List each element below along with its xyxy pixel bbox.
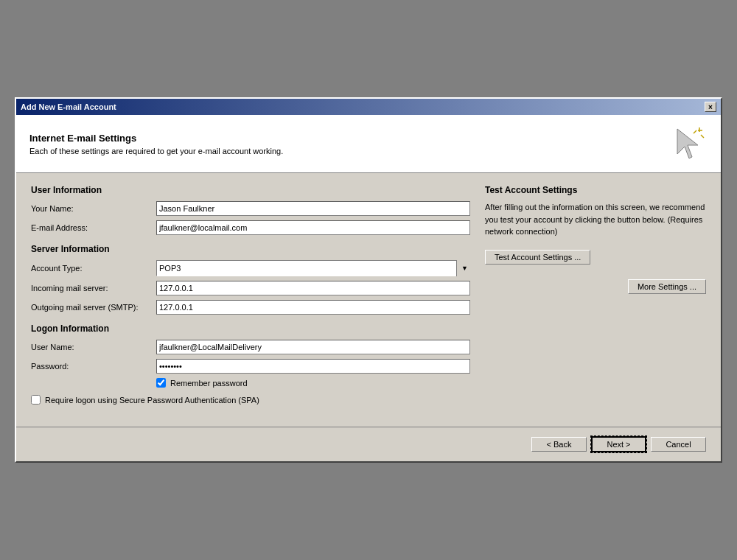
password-input[interactable] <box>156 359 470 374</box>
account-type-select[interactable]: POP3 IMAP HTTP <box>156 260 470 276</box>
account-type-label: Account Type: <box>31 264 156 273</box>
incoming-mail-input[interactable] <box>156 281 470 295</box>
incoming-mail-row: Incoming mail server: <box>31 281 470 295</box>
left-column: User Information Your Name: E-mail Addre… <box>31 185 470 409</box>
user-info-title: User Information <box>31 185 470 195</box>
your-name-row: Your Name: <box>31 201 470 216</box>
server-info-title: Server Information <box>31 244 470 254</box>
remember-password-checkbox[interactable] <box>156 378 166 388</box>
account-type-row: Account Type: POP3 IMAP HTTP ▼ <box>31 260 470 276</box>
header-section: Internet E-mail Settings Each of these s… <box>16 115 721 173</box>
bottom-bar: < Back Next > Cancel <box>16 427 721 461</box>
header-text: Internet E-mail Settings Each of these s… <box>29 133 283 155</box>
main-content: User Information Your Name: E-mail Addre… <box>16 173 721 421</box>
spa-checkbox[interactable] <box>31 395 41 405</box>
cursor-icon <box>671 126 707 161</box>
remember-password-label: Remember password <box>170 379 248 388</box>
title-bar: Add New E-mail Account × <box>16 99 721 115</box>
svg-marker-0 <box>677 129 698 158</box>
logon-info-title: Logon Information <box>31 323 470 334</box>
header-subtitle: Each of these settings are required to g… <box>29 147 283 155</box>
remember-password-row: Remember password <box>156 378 470 388</box>
outgoing-mail-input[interactable] <box>156 300 470 315</box>
spa-row: Require logon using Secure Password Auth… <box>31 395 470 405</box>
more-settings-row: More Settings ... <box>485 279 706 294</box>
password-row: Password: <box>31 359 470 374</box>
back-button[interactable]: < Back <box>531 437 587 452</box>
user-name-label: User Name: <box>31 343 156 351</box>
right-column: Test Account Settings After filling out … <box>485 185 706 409</box>
test-account-settings-button[interactable]: Test Account Settings ... <box>485 250 590 265</box>
your-name-input[interactable] <box>156 201 470 216</box>
header-title: Internet E-mail Settings <box>29 133 283 144</box>
svg-line-4 <box>694 130 696 133</box>
cancel-button[interactable]: Cancel <box>651 437 706 452</box>
outgoing-mail-label: Outgoing mail server (SMTP): <box>31 303 156 312</box>
spa-label: Require logon using Secure Password Auth… <box>45 396 259 405</box>
email-address-input[interactable] <box>156 220 470 235</box>
password-label: Password: <box>31 362 156 371</box>
test-account-description: After filling out the information on thi… <box>485 201 706 238</box>
next-button[interactable]: Next > <box>591 436 646 452</box>
your-name-label: Your Name: <box>31 204 156 213</box>
account-type-wrapper: POP3 IMAP HTTP ▼ <box>156 260 470 276</box>
wizard-icon <box>671 125 708 162</box>
close-button[interactable]: × <box>705 102 716 112</box>
dialog: Add New E-mail Account × Internet E-mail… <box>15 97 722 463</box>
outgoing-mail-row: Outgoing mail server (SMTP): <box>31 300 470 315</box>
email-address-label: E-mail Address: <box>31 223 156 232</box>
two-column-layout: User Information Your Name: E-mail Addre… <box>31 185 706 409</box>
dialog-title: Add New E-mail Account <box>21 102 116 111</box>
user-name-input[interactable] <box>156 340 470 354</box>
svg-line-3 <box>701 135 704 138</box>
user-name-row: User Name: <box>31 340 470 354</box>
more-settings-button[interactable]: More Settings ... <box>628 279 706 294</box>
email-address-row: E-mail Address: <box>31 220 470 235</box>
test-account-title: Test Account Settings <box>485 185 706 195</box>
incoming-mail-label: Incoming mail server: <box>31 284 156 293</box>
